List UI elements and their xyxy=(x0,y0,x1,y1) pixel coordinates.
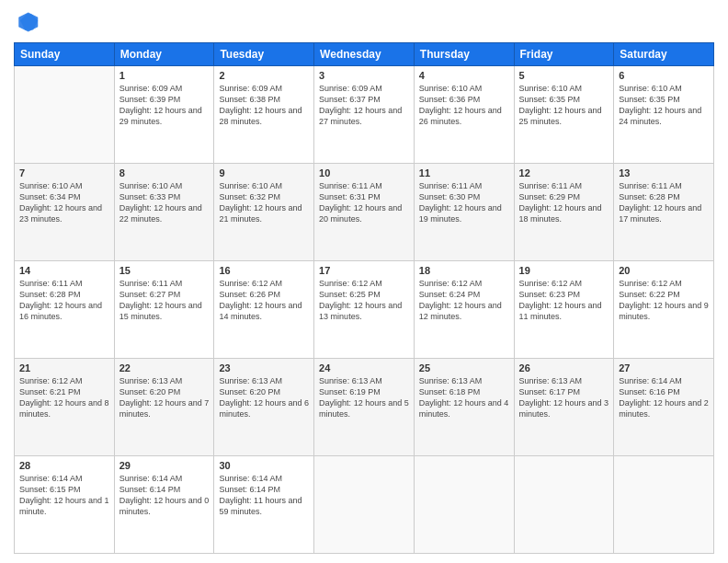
day-number: 20 xyxy=(619,265,709,276)
day-number: 4 xyxy=(419,70,509,81)
day-info: Sunrise: 6:09 AMSunset: 6:39 PMDaylight:… xyxy=(119,83,210,128)
day-number: 30 xyxy=(219,460,309,471)
logo-icon xyxy=(14,9,40,35)
day-number: 2 xyxy=(219,70,309,81)
calendar-cell: 21Sunrise: 6:12 AMSunset: 6:21 PMDayligh… xyxy=(15,359,115,456)
calendar: SundayMondayTuesdayWednesdayThursdayFrid… xyxy=(14,42,714,554)
calendar-cell: 9Sunrise: 6:10 AMSunset: 6:32 PMDaylight… xyxy=(214,164,314,261)
day-number: 11 xyxy=(419,167,509,178)
day-number: 5 xyxy=(519,70,609,81)
calendar-cell: 11Sunrise: 6:11 AMSunset: 6:30 PMDayligh… xyxy=(414,164,514,261)
calendar-header-row: SundayMondayTuesdayWednesdayThursdayFrid… xyxy=(15,43,714,66)
calendar-cell: 25Sunrise: 6:13 AMSunset: 6:18 PMDayligh… xyxy=(414,359,514,456)
day-number: 24 xyxy=(319,362,409,373)
calendar-cell: 10Sunrise: 6:11 AMSunset: 6:31 PMDayligh… xyxy=(314,164,415,261)
calendar-cell: 28Sunrise: 6:14 AMSunset: 6:15 PMDayligh… xyxy=(15,456,115,554)
day-number: 8 xyxy=(119,167,210,178)
calendar-week-5: 28Sunrise: 6:14 AMSunset: 6:15 PMDayligh… xyxy=(15,456,714,554)
weekday-header-sunday: Sunday xyxy=(15,43,115,66)
calendar-cell xyxy=(614,456,714,554)
calendar-cell xyxy=(314,456,415,554)
day-info: Sunrise: 6:10 AMSunset: 6:35 PMDaylight:… xyxy=(619,83,709,128)
day-number: 10 xyxy=(319,167,409,178)
day-info: Sunrise: 6:10 AMSunset: 6:33 PMDaylight:… xyxy=(119,180,210,225)
day-number: 13 xyxy=(619,167,709,178)
day-info: Sunrise: 6:10 AMSunset: 6:36 PMDaylight:… xyxy=(419,83,509,128)
calendar-week-3: 14Sunrise: 6:11 AMSunset: 6:28 PMDayligh… xyxy=(15,261,714,359)
calendar-cell: 2Sunrise: 6:09 AMSunset: 6:38 PMDaylight… xyxy=(214,66,314,164)
day-info: Sunrise: 6:11 AMSunset: 6:27 PMDaylight:… xyxy=(119,278,210,323)
header xyxy=(14,9,714,35)
day-info: Sunrise: 6:12 AMSunset: 6:22 PMDaylight:… xyxy=(619,278,709,323)
day-number: 25 xyxy=(419,362,509,373)
logo xyxy=(14,9,43,35)
page: SundayMondayTuesdayWednesdayThursdayFrid… xyxy=(0,0,728,563)
weekday-header-thursday: Thursday xyxy=(414,43,514,66)
day-info: Sunrise: 6:13 AMSunset: 6:17 PMDaylight:… xyxy=(519,375,609,420)
day-number: 16 xyxy=(219,265,309,276)
day-info: Sunrise: 6:09 AMSunset: 6:38 PMDaylight:… xyxy=(219,83,309,128)
day-number: 15 xyxy=(119,265,210,276)
calendar-cell: 15Sunrise: 6:11 AMSunset: 6:27 PMDayligh… xyxy=(114,261,214,359)
calendar-cell xyxy=(514,456,614,554)
weekday-header-saturday: Saturday xyxy=(614,43,714,66)
day-number: 26 xyxy=(519,362,609,373)
calendar-cell: 4Sunrise: 6:10 AMSunset: 6:36 PMDaylight… xyxy=(414,66,514,164)
calendar-cell xyxy=(15,66,115,164)
calendar-cell: 23Sunrise: 6:13 AMSunset: 6:20 PMDayligh… xyxy=(214,359,314,456)
day-number: 9 xyxy=(219,167,309,178)
day-number: 14 xyxy=(19,265,109,276)
day-number: 27 xyxy=(619,362,709,373)
day-info: Sunrise: 6:12 AMSunset: 6:21 PMDaylight:… xyxy=(19,375,109,420)
calendar-cell: 8Sunrise: 6:10 AMSunset: 6:33 PMDaylight… xyxy=(114,164,214,261)
calendar-cell: 22Sunrise: 6:13 AMSunset: 6:20 PMDayligh… xyxy=(114,359,214,456)
calendar-cell: 6Sunrise: 6:10 AMSunset: 6:35 PMDaylight… xyxy=(614,66,714,164)
day-number: 18 xyxy=(419,265,509,276)
day-info: Sunrise: 6:11 AMSunset: 6:29 PMDaylight:… xyxy=(519,180,609,225)
day-info: Sunrise: 6:12 AMSunset: 6:23 PMDaylight:… xyxy=(519,278,609,323)
day-info: Sunrise: 6:11 AMSunset: 6:31 PMDaylight:… xyxy=(319,180,409,225)
calendar-cell: 27Sunrise: 6:14 AMSunset: 6:16 PMDayligh… xyxy=(614,359,714,456)
day-info: Sunrise: 6:11 AMSunset: 6:28 PMDaylight:… xyxy=(619,180,709,225)
calendar-cell: 26Sunrise: 6:13 AMSunset: 6:17 PMDayligh… xyxy=(514,359,614,456)
calendar-cell: 14Sunrise: 6:11 AMSunset: 6:28 PMDayligh… xyxy=(15,261,115,359)
day-info: Sunrise: 6:13 AMSunset: 6:20 PMDaylight:… xyxy=(119,375,210,420)
day-info: Sunrise: 6:10 AMSunset: 6:35 PMDaylight:… xyxy=(519,83,609,128)
day-info: Sunrise: 6:12 AMSunset: 6:25 PMDaylight:… xyxy=(319,278,409,323)
day-info: Sunrise: 6:14 AMSunset: 6:16 PMDaylight:… xyxy=(619,375,709,420)
calendar-cell: 30Sunrise: 6:14 AMSunset: 6:14 PMDayligh… xyxy=(214,456,314,554)
day-info: Sunrise: 6:14 AMSunset: 6:15 PMDaylight:… xyxy=(19,473,109,518)
day-info: Sunrise: 6:09 AMSunset: 6:37 PMDaylight:… xyxy=(319,83,409,128)
day-number: 21 xyxy=(19,362,109,373)
calendar-cell: 12Sunrise: 6:11 AMSunset: 6:29 PMDayligh… xyxy=(514,164,614,261)
calendar-week-2: 7Sunrise: 6:10 AMSunset: 6:34 PMDaylight… xyxy=(15,164,714,261)
day-number: 7 xyxy=(19,167,109,178)
day-number: 28 xyxy=(19,460,109,471)
weekday-header-friday: Friday xyxy=(514,43,614,66)
day-number: 23 xyxy=(219,362,309,373)
day-info: Sunrise: 6:11 AMSunset: 6:28 PMDaylight:… xyxy=(19,278,109,323)
calendar-cell: 16Sunrise: 6:12 AMSunset: 6:26 PMDayligh… xyxy=(214,261,314,359)
calendar-cell: 1Sunrise: 6:09 AMSunset: 6:39 PMDaylight… xyxy=(114,66,214,164)
day-number: 1 xyxy=(119,70,210,81)
day-info: Sunrise: 6:13 AMSunset: 6:18 PMDaylight:… xyxy=(419,375,509,420)
weekday-header-wednesday: Wednesday xyxy=(314,43,415,66)
weekday-header-monday: Monday xyxy=(114,43,214,66)
day-number: 17 xyxy=(319,265,409,276)
day-number: 29 xyxy=(119,460,210,471)
calendar-cell: 5Sunrise: 6:10 AMSunset: 6:35 PMDaylight… xyxy=(514,66,614,164)
day-info: Sunrise: 6:10 AMSunset: 6:32 PMDaylight:… xyxy=(219,180,309,225)
day-info: Sunrise: 6:14 AMSunset: 6:14 PMDaylight:… xyxy=(219,473,309,518)
calendar-cell: 18Sunrise: 6:12 AMSunset: 6:24 PMDayligh… xyxy=(414,261,514,359)
calendar-cell: 29Sunrise: 6:14 AMSunset: 6:14 PMDayligh… xyxy=(114,456,214,554)
day-number: 6 xyxy=(619,70,709,81)
day-info: Sunrise: 6:12 AMSunset: 6:24 PMDaylight:… xyxy=(419,278,509,323)
day-info: Sunrise: 6:14 AMSunset: 6:14 PMDaylight:… xyxy=(119,473,210,518)
day-number: 19 xyxy=(519,265,609,276)
calendar-cell: 17Sunrise: 6:12 AMSunset: 6:25 PMDayligh… xyxy=(314,261,415,359)
calendar-cell: 13Sunrise: 6:11 AMSunset: 6:28 PMDayligh… xyxy=(614,164,714,261)
day-number: 3 xyxy=(319,70,409,81)
calendar-cell: 7Sunrise: 6:10 AMSunset: 6:34 PMDaylight… xyxy=(15,164,115,261)
calendar-week-1: 1Sunrise: 6:09 AMSunset: 6:39 PMDaylight… xyxy=(15,66,714,164)
day-number: 12 xyxy=(519,167,609,178)
